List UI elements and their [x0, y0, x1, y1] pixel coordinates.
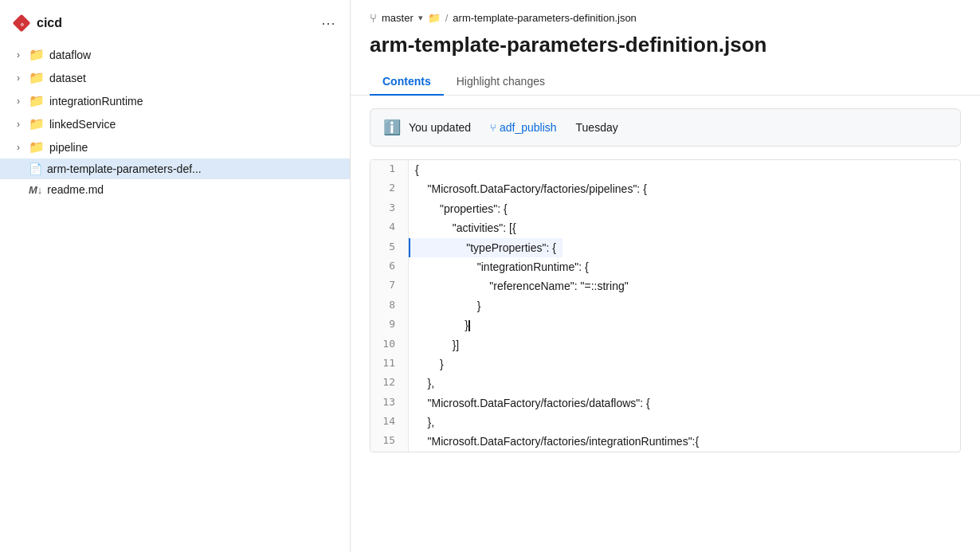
code-container: 1{2 "Microsoft.DataFactory/factories/pip… [370, 159, 961, 452]
sidebar-item-dataflow[interactable]: › 📁 dataflow [0, 43, 350, 66]
sidebar-tree: › 📁 dataflow › 📁 dataset › 📁 integration… [0, 43, 350, 552]
code-line: 11 } [370, 354, 960, 374]
line-number: 13 [370, 393, 409, 413]
main-content: ⑂ master ▾ 📁 / arm-template-parameters-d… [351, 0, 980, 552]
repo-icon: ⬦ [13, 14, 30, 32]
code-line: 5 "typeProperties": { [370, 238, 960, 257]
breadcrumb-separator: / [445, 12, 449, 24]
chevron-icon: › [13, 49, 24, 61]
line-number: 7 [370, 276, 409, 296]
sidebar-item-linkedservice[interactable]: › 📁 linkedService [0, 112, 350, 135]
chevron-down-icon: ▾ [418, 13, 423, 23]
code-line: 15 "Microsoft.DataFactory/factories/inte… [370, 432, 960, 451]
chevron-icon: › [13, 119, 24, 130]
line-number: 5 [370, 238, 409, 257]
code-line: 12 }, [370, 374, 960, 393]
update-banner: ℹ️ You updated ⑂ adf_publish Tuesday [370, 108, 961, 147]
main-header: ⑂ master ▾ 📁 / arm-template-parameters-d… [351, 0, 980, 96]
banner-text-after: Tuesday [576, 121, 618, 134]
breadcrumb: ⑂ master ▾ 📁 / arm-template-parameters-d… [370, 11, 961, 25]
line-number: 3 [370, 199, 409, 218]
line-number: 6 [370, 257, 409, 276]
line-number: 1 [370, 160, 409, 179]
sidebar-item-label: linkedService [49, 118, 116, 131]
text-cursor [468, 320, 470, 331]
folder-icon: 📁 [29, 139, 45, 155]
code-line: 8 } [370, 296, 960, 315]
tab-contents[interactable]: Contents [370, 69, 444, 96]
line-number: 15 [370, 432, 409, 451]
line-number: 11 [370, 354, 409, 374]
line-content: { [409, 160, 425, 179]
line-content: } [409, 296, 487, 315]
code-lines: 1{2 "Microsoft.DataFactory/factories/pip… [370, 160, 960, 452]
line-content: "activities": [{ [409, 218, 523, 237]
code-line: 7 "referenceName": "=::string" [370, 276, 960, 296]
folder-breadcrumb-icon: 📁 [428, 12, 441, 24]
repo-name: cicd [37, 16, 62, 30]
sidebar-item-label: pipeline [49, 141, 88, 154]
sidebar-item-arm-template[interactable]: 📄 arm-template-parameters-def... [0, 159, 350, 179]
line-content: }, [409, 413, 441, 432]
sidebar-item-label: readme.md [47, 183, 104, 196]
file-title: arm-template-parameters-definition.json [370, 33, 961, 57]
info-icon: ℹ️ [383, 119, 401, 136]
line-content: "Microsoft.DataFactory/factories/pipelin… [409, 179, 653, 198]
code-line: 10 }] [370, 335, 960, 354]
folder-icon: 📁 [29, 93, 45, 108]
line-number: 8 [370, 296, 409, 315]
repo-header-left: ⬦ cicd [13, 14, 62, 32]
tabs-bar: Contents Highlight changes [370, 69, 961, 95]
breadcrumb-filename: arm-template-parameters-definition.json [453, 12, 636, 24]
sidebar-item-label: dataflow [49, 49, 91, 61]
line-content: }, [409, 374, 441, 393]
code-line: 13 "Microsoft.DataFactory/factories/data… [370, 393, 960, 413]
chevron-icon: › [13, 96, 24, 107]
git-branch-small-icon: ⑂ [490, 122, 496, 134]
sidebar-item-label: arm-template-parameters-def... [47, 162, 202, 175]
chevron-icon: › [13, 142, 24, 153]
code-line: 3 "properties": { [370, 199, 960, 218]
code-line: 4 "activities": [{ [370, 218, 960, 237]
line-content: "properties": { [409, 199, 514, 218]
banner-text-before: You updated [409, 121, 471, 134]
code-line: 6 "integrationRuntime": { [370, 257, 960, 276]
line-content: }] [409, 335, 465, 354]
line-number: 12 [370, 374, 409, 393]
chevron-icon: › [13, 72, 24, 84]
line-number: 10 [370, 335, 409, 354]
line-content: "Microsoft.DataFactory/factories/dataflo… [409, 393, 657, 413]
line-content: } [409, 315, 476, 335]
line-number: 4 [370, 218, 409, 237]
sidebar-item-label: dataset [49, 72, 86, 84]
tab-highlight-changes[interactable]: Highlight changes [444, 69, 558, 96]
line-number: 14 [370, 413, 409, 432]
code-line: 2 "Microsoft.DataFactory/factories/pipel… [370, 179, 960, 198]
ellipsis-button[interactable]: ⋯ [316, 13, 340, 33]
branch-name[interactable]: master [382, 12, 414, 24]
folder-icon: 📁 [29, 47, 45, 62]
line-content: "typeProperties": { [409, 238, 563, 257]
code-line: 9 } [370, 315, 960, 335]
folder-icon: 📁 [29, 116, 45, 131]
folder-icon: 📁 [29, 70, 45, 85]
line-number: 9 [370, 315, 409, 335]
sidebar-item-readme[interactable]: M↓ readme.md [0, 179, 350, 200]
content-area: ℹ️ You updated ⑂ adf_publish Tuesday 1{2… [351, 96, 980, 552]
line-content: "integrationRuntime": { [409, 257, 595, 276]
branch-link[interactable]: ⑂ adf_publish [490, 121, 557, 134]
code-line: 1{ [370, 160, 960, 179]
sidebar-item-dataset[interactable]: › 📁 dataset [0, 66, 350, 89]
sidebar-item-integrationruntime[interactable]: › 📁 integrationRuntime [0, 89, 350, 112]
file-icon: 📄 [29, 162, 42, 175]
line-content: } [409, 354, 450, 374]
sidebar-item-pipeline[interactable]: › 📁 pipeline [0, 135, 350, 159]
sidebar-header: ⬦ cicd ⋯ [0, 6, 350, 40]
banner-branch-name: adf_publish [500, 121, 557, 134]
line-number: 2 [370, 179, 409, 198]
markdown-icon: M↓ [29, 184, 42, 196]
git-branch-icon: ⑂ [370, 11, 377, 25]
line-content: "referenceName": "=::string" [409, 276, 635, 296]
line-content: "Microsoft.DataFactory/factories/integra… [409, 432, 705, 451]
code-line: 14 }, [370, 413, 960, 432]
